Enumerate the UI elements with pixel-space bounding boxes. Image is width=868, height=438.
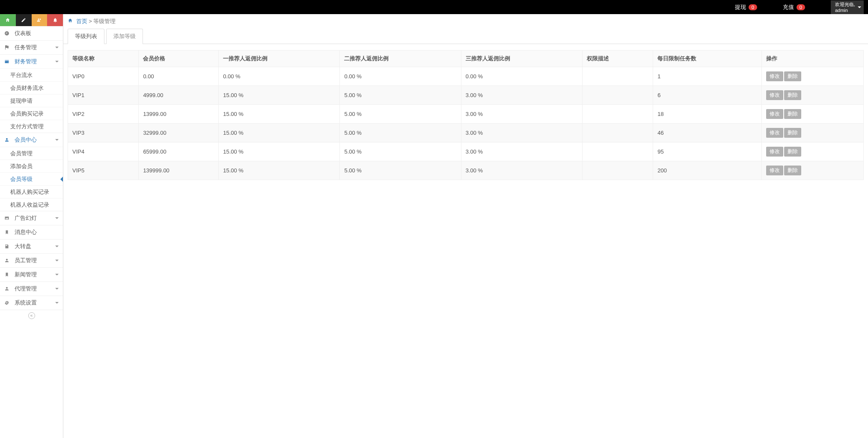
sidebar-subitem-3-2[interactable]: 会员等级	[0, 172, 63, 185]
tab-add-level[interactable]: 添加等级	[106, 29, 143, 44]
edit-button[interactable]: 修改	[766, 90, 783, 100]
image-icon	[4, 216, 12, 221]
sidebar-item-2[interactable]: 财务管理	[0, 55, 63, 68]
topbar-withdraw-badge: 0	[749, 4, 757, 10]
toolbar-edit-button[interactable]	[16, 14, 32, 26]
sidebar-item-label: 仪表板	[15, 30, 59, 37]
table-cell: 95	[653, 142, 762, 161]
toolbar-users-button[interactable]	[32, 14, 48, 26]
sidebar-item-label: 广告幻灯	[15, 214, 55, 222]
sidebar-item-0[interactable]: 仪表板	[0, 27, 63, 40]
edit-button[interactable]: 修改	[766, 128, 783, 138]
sidebar-subitem-2-2[interactable]: 提现申请	[0, 94, 63, 107]
sidebar-item-4[interactable]: 广告幻灯	[0, 211, 63, 225]
chevron-down-icon	[55, 139, 59, 141]
sidebar-subitem-2-4[interactable]: 支付方式管理	[0, 120, 63, 133]
table-row: VIP00.000.00 %0.00 %0.00 %1修改删除	[68, 67, 864, 86]
table-body: VIP00.000.00 %0.00 %0.00 %1修改删除VIP14999.…	[68, 67, 864, 180]
delete-button[interactable]: 删除	[784, 147, 801, 157]
sidebar-subitem-2-3[interactable]: 会员购买记录	[0, 107, 63, 120]
chevron-down-icon	[55, 260, 59, 261]
table-cell-actions: 修改删除	[762, 161, 864, 180]
chevron-down-icon	[55, 47, 59, 48]
sidebar-item-7[interactable]: 员工管理	[0, 254, 63, 267]
table-cell	[582, 67, 653, 86]
table-cell	[582, 86, 653, 105]
edit-button[interactable]: 修改	[766, 147, 783, 157]
home-icon	[5, 18, 10, 23]
sidebar-item-3[interactable]: 会员中心	[0, 133, 63, 147]
sidebar-item-1[interactable]: 任务管理	[0, 41, 63, 54]
table-cell-actions: 修改删除	[762, 105, 864, 124]
edit-button[interactable]: 修改	[766, 71, 783, 81]
tab-level-list[interactable]: 等级列表	[68, 29, 104, 44]
toolbar-home-button[interactable]	[0, 14, 16, 26]
table-cell: 15.00 %	[219, 86, 340, 105]
sidebar-item-9[interactable]: 代理管理	[0, 282, 63, 296]
table-cell: 0.00 %	[461, 67, 582, 86]
delete-button[interactable]: 删除	[784, 166, 801, 175]
sidebar-menu: 仪表板任务管理财务管理平台流水会员财务流水提现申请会员购买记录支付方式管理会员中…	[0, 27, 63, 310]
chevron-down-icon	[55, 302, 59, 304]
toolbar-alert-button[interactable]	[47, 14, 63, 26]
sidebar-item-10[interactable]: 系统设置	[0, 296, 63, 310]
breadcrumb-current: 等级管理	[93, 18, 116, 24]
sidebar-subitem-3-4[interactable]: 机器人收益记录	[0, 198, 63, 211]
table-cell: VIP1	[68, 86, 139, 105]
sidebar-item-6[interactable]: 大转盘	[0, 240, 63, 253]
flag-icon	[4, 45, 12, 50]
table-cell: VIP2	[68, 105, 139, 124]
table-cell: VIP3	[68, 124, 139, 142]
user-icon	[4, 137, 12, 142]
sidebar-item-label: 系统设置	[15, 299, 55, 307]
user-icon	[4, 258, 12, 263]
table-cell: 3.00 %	[461, 142, 582, 161]
table-cell: 32999.00	[139, 124, 219, 142]
table-cell: 0.00 %	[340, 67, 461, 86]
edit-button[interactable]: 修改	[766, 166, 783, 175]
breadcrumb-home-link[interactable]: 首页	[76, 18, 87, 24]
table-row: VIP14999.0015.00 %5.00 %3.00 %6修改删除	[68, 86, 864, 105]
delete-button[interactable]: 删除	[784, 109, 801, 119]
table-row: VIP5139999.0015.00 %5.00 %3.00 %200修改删除	[68, 161, 864, 180]
delete-button[interactable]: 删除	[784, 90, 801, 100]
sidebar-subitem-2-0[interactable]: 平台流水	[0, 68, 63, 81]
wallet-icon	[4, 59, 12, 64]
edit-button[interactable]: 修改	[766, 109, 783, 119]
sidebar-subitem-3-3[interactable]: 机器人购买记录	[0, 185, 63, 198]
sidebar-item-8[interactable]: 新闻管理	[0, 268, 63, 281]
topbar-recharge[interactable]: 充值 0	[783, 3, 805, 11]
sidebar: 仪表板任务管理财务管理平台流水会员财务流水提现申请会员购买记录支付方式管理会员中…	[0, 14, 63, 438]
topbar-recharge-badge: 0	[797, 4, 805, 10]
sidebar-subitem-3-1[interactable]: 添加会员	[0, 160, 63, 172]
topbar-withdraw-label: 提现	[735, 3, 746, 11]
table-cell: 15.00 %	[219, 124, 340, 142]
table-cell: 3.00 %	[461, 124, 582, 142]
sidebar-item-label: 新闻管理	[15, 271, 55, 278]
topbar-withdraw[interactable]: 提现 0	[735, 3, 757, 11]
sidebar-subitem-3-0[interactable]: 会员管理	[0, 147, 63, 160]
delete-button[interactable]: 删除	[784, 128, 801, 138]
table-header-0: 等级名称	[68, 50, 139, 67]
sidebar-collapse-toggle[interactable]: «	[0, 310, 63, 321]
table-cell: 4999.00	[139, 86, 219, 105]
chevron-left-icon: «	[28, 312, 35, 319]
sidebar-item-5[interactable]: 消息中心	[0, 225, 63, 239]
table-cell: 6	[653, 86, 762, 105]
sidebar-item-label: 代理管理	[15, 285, 55, 293]
chevron-down-icon	[55, 246, 59, 247]
delete-button[interactable]: 删除	[784, 71, 801, 81]
sidebar-subitem-2-1[interactable]: 会员财务流水	[0, 81, 63, 94]
chevron-down-icon	[858, 6, 861, 8]
table-cell: 3.00 %	[461, 105, 582, 124]
table-cell	[582, 161, 653, 180]
gear-icon	[4, 300, 12, 305]
main-content: 首页 > 等级管理 等级列表 添加等级 等级名称会员价格一推荐人返佣比例二推荐人…	[63, 14, 868, 438]
bookmark-icon	[4, 272, 12, 277]
topbar-user-menu[interactable]: 欢迎光临, admin	[831, 0, 864, 14]
table-header-3: 二推荐人返佣比例	[340, 50, 461, 67]
chevron-down-icon	[55, 217, 59, 219]
table-row: VIP332999.0015.00 %5.00 %3.00 %46修改删除	[68, 124, 864, 142]
table-row: VIP465999.0015.00 %5.00 %3.00 %95修改删除	[68, 142, 864, 161]
disk-icon	[4, 244, 12, 249]
